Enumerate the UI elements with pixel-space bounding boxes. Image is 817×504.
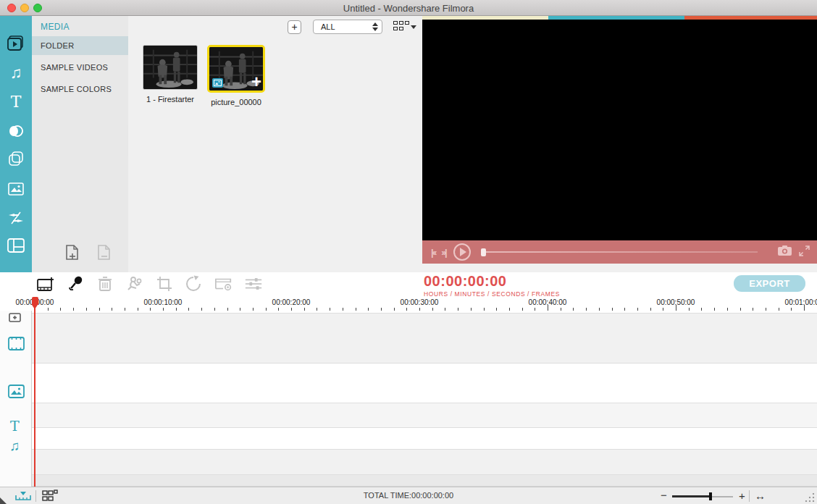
ruler-tick [368, 308, 369, 311]
video-track[interactable] [32, 313, 817, 363]
playhead-line[interactable] [34, 297, 35, 487]
ruler-tick [406, 308, 407, 311]
media-panel-item-folder[interactable]: FOLDER [32, 36, 128, 55]
fullscreen-button[interactable] [799, 245, 810, 259]
ruler-tick [663, 308, 663, 311]
ruler-label: 00:00:30:00 [401, 298, 439, 306]
add-track-button[interactable] [9, 311, 23, 326]
media-thumbnail[interactable]: + [207, 45, 265, 93]
ruler-tick [317, 308, 317, 311]
sidebar-item-audio[interactable]: ♫ [0, 61, 32, 85]
adjust-icon[interactable] [244, 274, 263, 293]
ruler-tick [201, 308, 202, 311]
play-button[interactable] [453, 243, 471, 261]
ruler-tick [150, 308, 151, 311]
ruler-tick [791, 308, 792, 311]
remove-file-button[interactable] [96, 243, 113, 265]
advanced-edit-icon[interactable] [214, 274, 233, 293]
split-screen-icon [7, 238, 25, 253]
text-track[interactable] [32, 403, 817, 427]
ruler-tick [509, 308, 510, 311]
audio-track[interactable] [32, 427, 817, 449]
playhead-handle[interactable] [32, 297, 38, 309]
sidebar-item-transitions[interactable] [0, 119, 32, 143]
add-media-icon[interactable] [36, 274, 55, 293]
split-icon[interactable] [125, 274, 144, 293]
export-button[interactable]: EXPORT [734, 275, 805, 292]
ruler-tick [689, 308, 690, 311]
import-file-button[interactable] [64, 243, 81, 265]
media-panel: MEDIA FOLDER SAMPLE VIDEOS SAMPLE COLORS [32, 16, 128, 272]
timeline-zoom-slider[interactable] [672, 492, 733, 500]
media-panel-item-sample-colors[interactable]: SAMPLE COLORS [32, 80, 128, 98]
seek-handle[interactable] [481, 248, 486, 256]
zoom-handle[interactable] [709, 492, 712, 500]
edit-toolbar: 00:00:00:00 HOURS / MINUTES / SECONDS / … [0, 272, 817, 297]
delete-icon[interactable] [96, 274, 114, 293]
ruler-tick [125, 308, 125, 311]
timeline: 00:00:00:0000:00:10:0000:00:20:0000:00:3… [0, 297, 817, 487]
ruler-tick [86, 308, 87, 311]
ruler-tick [740, 308, 741, 311]
preview-panel: |‹‹ ››| [422, 16, 817, 264]
transitions-icon [7, 124, 25, 138]
sidebar-item-media[interactable] [0, 32, 32, 56]
ruler-tick [330, 308, 330, 311]
skip-forward-icon[interactable]: ››| [441, 247, 445, 258]
sidebar-item-elements[interactable] [0, 177, 32, 201]
pip-track[interactable] [32, 363, 817, 403]
zoom-out-button[interactable]: − [661, 489, 667, 501]
ruler-tick [253, 308, 254, 311]
timeline-footer-strip [32, 474, 817, 487]
skip-back-icon[interactable]: |‹‹ [431, 247, 435, 258]
resize-grip[interactable] [805, 492, 815, 503]
zoom-track-filled [672, 495, 711, 497]
timeline-ruler[interactable]: 00:00:00:0000:00:10:0000:00:20:0000:00:3… [0, 297, 817, 311]
ruler-tick [471, 308, 472, 311]
media-thumbnail[interactable] [143, 45, 198, 90]
image-type-icon [212, 78, 223, 88]
ruler-tick [343, 308, 343, 311]
overlay-icon [8, 151, 24, 167]
stripe-teal [548, 16, 684, 20]
ruler-tick [535, 308, 535, 311]
add-to-timeline-icon[interactable]: + [251, 72, 261, 92]
crop-icon[interactable] [155, 274, 174, 293]
extra-track[interactable] [32, 449, 817, 474]
ruler-tick [381, 308, 382, 311]
view-mode-button[interactable] [393, 20, 416, 33]
timecode-value: 00:00:00:00 [424, 273, 560, 290]
sidebar-item-text[interactable]: T [0, 90, 32, 114]
ruler-tick [214, 308, 215, 311]
filter-select[interactable]: ALL [313, 20, 382, 34]
ruler-tick [714, 308, 715, 311]
snapshot-button[interactable] [778, 245, 792, 259]
music-icon: ♫ [10, 65, 22, 81]
title-bar: Untitled - Wondershare Filmora [0, 0, 817, 16]
ruler-tick [60, 308, 61, 311]
rotate-icon[interactable] [185, 274, 204, 293]
media-item[interactable]: +picture_00000 [207, 45, 265, 106]
text-track-icon: T [10, 418, 20, 434]
ruler-tick [522, 308, 523, 311]
ruler-tick [432, 308, 433, 311]
media-item[interactable]: 1 - Firestarter [143, 45, 198, 106]
media-panel-item-sample-videos[interactable]: SAMPLE VIDEOS [32, 58, 128, 77]
ruler-tick [804, 305, 805, 311]
sidebar-item-splitscreen[interactable] [0, 233, 32, 258]
ruler-tick [73, 308, 74, 311]
zoom-in-button[interactable]: + [739, 490, 745, 502]
ruler-tick [458, 308, 458, 311]
fit-timeline-button[interactable]: ↔ [755, 490, 766, 502]
seek-slider[interactable] [481, 248, 758, 256]
ruler-label: 00:01:00:00 [785, 298, 817, 306]
record-mic-icon[interactable] [66, 274, 85, 293]
sidebar-item-split[interactable] [0, 206, 32, 230]
sidebar-item-overlays[interactable] [0, 146, 32, 171]
select-stepper-icon [372, 22, 378, 31]
add-media-button[interactable]: + [288, 20, 301, 34]
ruler-tick [138, 308, 138, 311]
zoom-track-empty [711, 496, 733, 497]
ruler-tick [394, 308, 395, 311]
preview-top-stripe [422, 16, 817, 20]
